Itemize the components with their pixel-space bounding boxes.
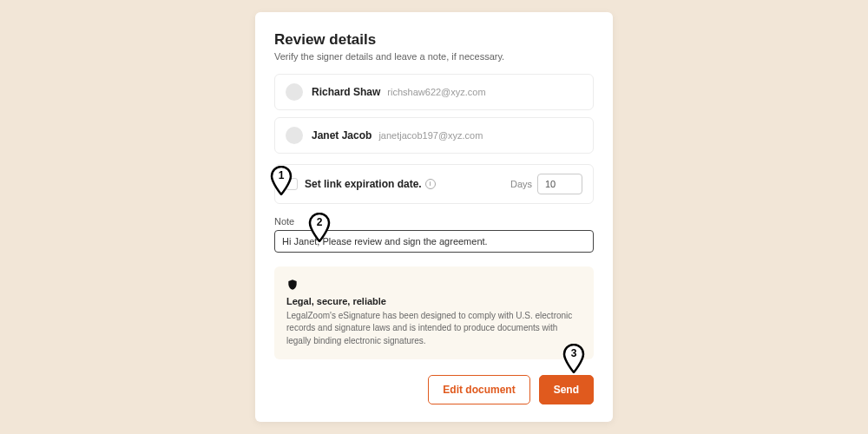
- signer-name: Janet Jacob: [312, 129, 372, 141]
- signer-row: Richard Shaw richshaw622@xyz.com: [274, 74, 594, 110]
- avatar: [286, 127, 303, 144]
- note-input[interactable]: [274, 230, 594, 253]
- page-subtitle: Verify the signer details and leave a no…: [274, 51, 594, 62]
- legal-box: Legal, secure, reliable LegalZoom's eSig…: [274, 266, 594, 360]
- expiration-checkbox[interactable]: [286, 178, 298, 190]
- page-title: Review details: [274, 31, 594, 49]
- expiration-label: Set link expiration date.: [305, 178, 422, 190]
- send-button[interactable]: Send: [539, 375, 594, 404]
- actions: Edit document Send: [274, 375, 594, 404]
- legal-text: LegalZoom's eSignature has been designed…: [286, 310, 582, 348]
- days-input[interactable]: [537, 174, 582, 194]
- edit-document-button[interactable]: Edit document: [428, 375, 529, 404]
- expiration-row: Set link expiration date. i Days: [274, 164, 594, 204]
- days-label: Days: [510, 179, 532, 189]
- review-details-card: Review details Verify the signer details…: [255, 12, 613, 423]
- signer-row: Janet Jacob janetjacob197@xyz.com: [274, 117, 594, 154]
- signer-email: richshaw622@xyz.com: [387, 87, 485, 97]
- signer-name: Richard Shaw: [312, 86, 380, 98]
- avatar: [286, 83, 303, 101]
- signer-email: janetjacob197@xyz.com: [378, 130, 483, 141]
- info-icon[interactable]: i: [425, 179, 436, 189]
- shield-icon: [286, 279, 299, 291]
- legal-title: Legal, secure, reliable: [286, 296, 582, 306]
- note-label: Note: [274, 216, 594, 227]
